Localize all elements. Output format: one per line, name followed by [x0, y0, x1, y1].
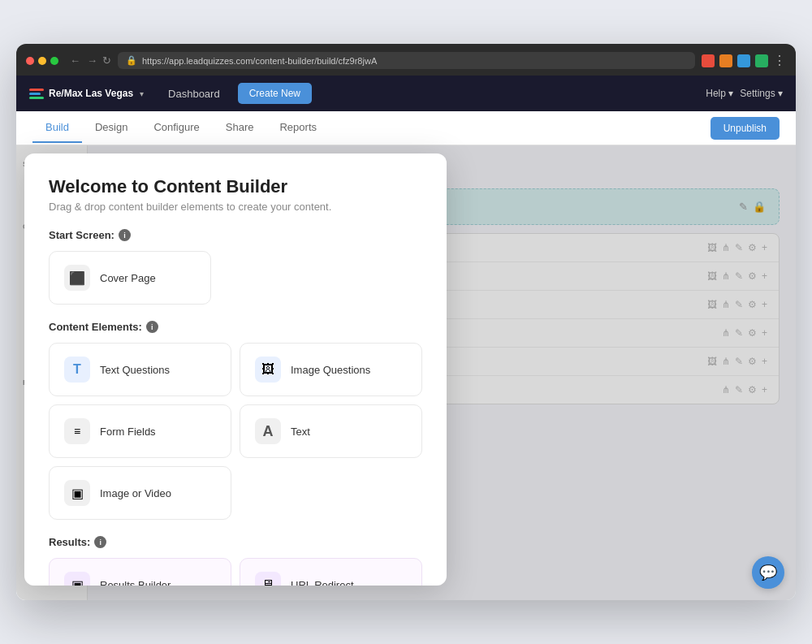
url-redirect-card[interactable]: 🖥 URL Redirect — [240, 558, 422, 586]
content-elements-info-icon[interactable]: i — [146, 321, 158, 333]
tab-items: Build Design Configure Share Reports — [32, 113, 330, 143]
image-questions-label: Image Questions — [291, 364, 370, 376]
nav-dashboard[interactable]: Dashboard — [160, 83, 228, 105]
lock-icon: 🔒 — [126, 55, 137, 66]
nav-arrows: ← → ↻ — [68, 54, 111, 67]
text-card-label: Text — [291, 426, 310, 438]
image-video-icon: ▣ — [64, 480, 90, 506]
browser-actions: ⋮ — [702, 53, 786, 68]
image-questions-icon: 🖼 — [255, 357, 281, 383]
settings-menu[interactable]: Settings ▾ — [740, 88, 783, 99]
text-questions-icon: T — [64, 357, 90, 383]
tab-design[interactable]: Design — [82, 113, 140, 143]
tab-bar: Build Design Configure Share Reports Unp… — [16, 111, 796, 145]
tab-build[interactable]: Build — [32, 113, 82, 143]
maximize-dot[interactable] — [50, 57, 58, 65]
results-builder-icon: ▣ — [64, 572, 90, 586]
cover-page-card-label: Cover Page — [100, 272, 156, 284]
help-menu[interactable]: Help ▾ — [706, 88, 733, 99]
modal-overlay: Welcome to Content Builder Drag & drop c… — [16, 145, 796, 600]
tab-share[interactable]: Share — [213, 113, 267, 143]
text-questions-label: Text Questions — [100, 364, 170, 376]
form-fields-icon: ≡ — [64, 418, 90, 444]
app-header: Re/Max Las Vegas ▾ Dashboard Create New … — [16, 76, 796, 111]
extension-icon-3[interactable] — [737, 54, 750, 67]
more-options-icon[interactable]: ⋮ — [773, 53, 786, 68]
header-nav: Dashboard — [160, 83, 228, 105]
start-screen-info-icon[interactable]: i — [119, 229, 131, 241]
header-right: Help ▾ Settings ▾ — [706, 88, 783, 99]
form-fields-card[interactable]: ≡ Form Fields — [49, 404, 231, 458]
logo-bars-icon — [29, 89, 44, 99]
cover-page-card[interactable]: ⬛ Cover Page — [49, 251, 211, 305]
address-bar[interactable]: 🔒 https://app.leadquizzes.com/content-bu… — [118, 52, 695, 69]
text-card-icon: A — [255, 418, 281, 444]
results-builder-label: Results Builder — [100, 579, 171, 586]
back-arrow[interactable]: ← — [68, 54, 82, 67]
image-video-label: Image or Video — [100, 487, 171, 499]
chat-bubble-button[interactable]: 💬 — [752, 556, 784, 589]
text-questions-card[interactable]: T Text Questions — [49, 343, 231, 396]
browser-chrome: ← → ↻ 🔒 https://app.leadquizzes.com/cont… — [16, 44, 796, 76]
refresh-button[interactable]: ↻ — [102, 54, 111, 67]
close-dot[interactable] — [26, 57, 34, 65]
results-builder-card[interactable]: ▣ Results Builder — [49, 558, 231, 586]
content-elements-grid: T Text Questions 🖼 Image Questions ≡ For… — [49, 343, 422, 520]
window-controls — [26, 57, 58, 65]
url-redirect-icon: 🖥 — [255, 572, 281, 586]
start-screen-heading: Start Screen: i — [49, 229, 422, 241]
brand-name[interactable]: Re/Max Las Vegas — [49, 88, 133, 99]
results-info-icon[interactable]: i — [94, 536, 106, 548]
extension-icon-2[interactable] — [719, 54, 732, 67]
extension-icon-4[interactable] — [755, 54, 768, 67]
brand-logo: Re/Max Las Vegas ▾ — [29, 88, 144, 99]
url-text: https://app.leadquizzes.com/content-buil… — [142, 56, 377, 66]
brand-chevron-icon: ▾ — [140, 89, 144, 98]
content-elements-heading: Content Elements: i — [49, 321, 422, 333]
browser-window: ← → ↻ 🔒 https://app.leadquizzes.com/cont… — [16, 44, 796, 600]
chat-bubble-icon: 💬 — [759, 564, 777, 581]
modal-title: Welcome to Content Builder — [49, 176, 422, 197]
image-video-card[interactable]: ▣ Image or Video — [49, 466, 231, 520]
main-content: Start Scre ⬛ C Content El T T ≡ F ▣ I Re… — [16, 145, 796, 600]
unpublish-button[interactable]: Unpublish — [710, 117, 780, 140]
tab-configure[interactable]: Configure — [140, 113, 212, 143]
content-builder-modal: Welcome to Content Builder Drag & drop c… — [24, 153, 447, 586]
results-heading: Results: i — [49, 536, 422, 548]
results-grid: ▣ Results Builder 🖥 URL Redirect — [49, 558, 422, 586]
text-card[interactable]: A Text — [240, 404, 422, 458]
tab-reports[interactable]: Reports — [266, 113, 330, 143]
form-fields-label: Form Fields — [100, 426, 156, 438]
image-questions-card[interactable]: 🖼 Image Questions — [240, 343, 422, 396]
extension-icon-1[interactable] — [702, 54, 715, 67]
minimize-dot[interactable] — [38, 57, 46, 65]
url-redirect-label: URL Redirect — [291, 579, 354, 586]
forward-arrow[interactable]: → — [85, 54, 99, 67]
create-new-button[interactable]: Create New — [238, 83, 312, 104]
cover-page-card-icon: ⬛ — [64, 265, 90, 291]
modal-subtitle: Drag & drop content builder elements to … — [49, 201, 422, 213]
